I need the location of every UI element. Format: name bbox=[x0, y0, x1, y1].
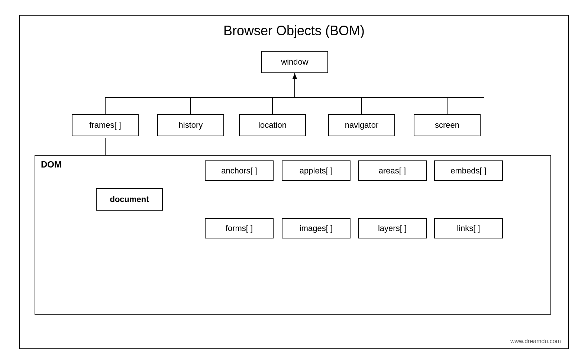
outer-box: Browser Objects (BOM) bbox=[19, 15, 569, 349]
node-history: history bbox=[157, 114, 224, 136]
node-layers: layers[ ] bbox=[358, 218, 427, 238]
node-screen: screen bbox=[414, 114, 481, 136]
diagram-title: Browser Objects (BOM) bbox=[20, 16, 568, 42]
svg-marker-2 bbox=[293, 73, 297, 79]
node-anchors: anchors[ ] bbox=[205, 160, 274, 181]
node-window: window bbox=[261, 51, 328, 73]
node-links: links[ ] bbox=[434, 218, 503, 238]
node-forms: forms[ ] bbox=[205, 218, 274, 238]
node-document: document bbox=[96, 188, 163, 211]
node-areas: areas[ ] bbox=[358, 160, 427, 181]
node-embeds: embeds[ ] bbox=[434, 160, 503, 181]
watermark: www.dreamdu.com bbox=[510, 338, 561, 345]
node-frames: frames[ ] bbox=[72, 114, 139, 136]
node-applets: applets[ ] bbox=[282, 160, 350, 181]
node-navigator: navigator bbox=[328, 114, 395, 136]
node-images: images[ ] bbox=[282, 218, 350, 238]
node-location: location bbox=[239, 114, 306, 136]
dom-label: DOM bbox=[41, 159, 62, 170]
